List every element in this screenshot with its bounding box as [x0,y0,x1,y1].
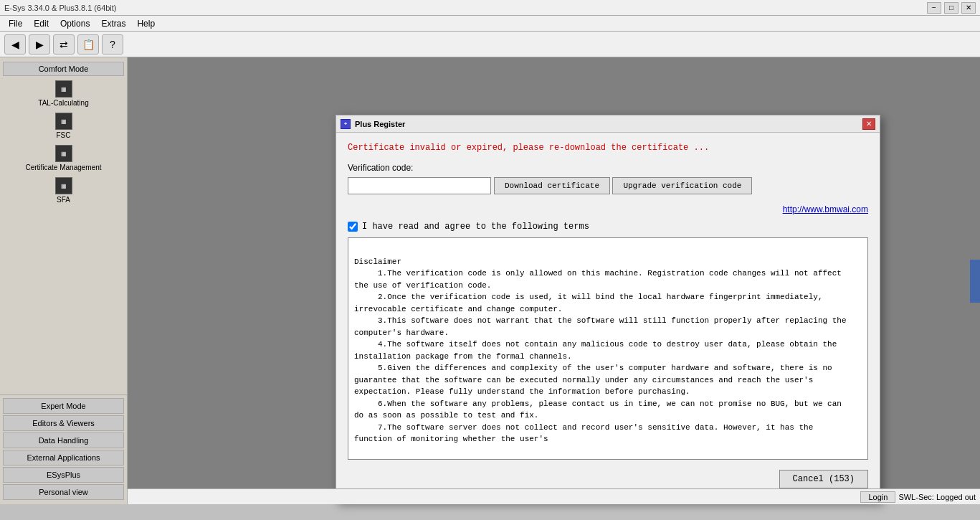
sidebar: Comfort Mode ▦ TAL-Calculating ▦ FSC ▦ C… [0,57,128,504]
dialog-footer: Cancel (153) [348,467,868,491]
sidebar-item-sfa[interactable]: ▦ SFA [0,174,127,207]
sidebar-label-tal: TAL-Calculating [38,99,88,107]
fsc-icon: ▦ [55,113,72,130]
login-button[interactable]: Login [860,491,895,503]
dialog-close-button[interactable]: ✕ [862,118,875,130]
sidebar-esysplus[interactable]: ESysPlus [3,467,124,483]
sidebar-item-tal-calculating[interactable]: ▦ TAL-Calculating [0,77,127,110]
main-layout: Comfort Mode ▦ TAL-Calculating ▦ FSC ▦ C… [0,57,980,504]
dialog-title: + Plus Register [341,119,405,129]
close-button[interactable]: ✕ [961,2,976,14]
menu-options[interactable]: Options [54,17,95,30]
certificate-management-icon: ▦ [55,145,72,162]
sidebar-personal-view[interactable]: Personal view [3,484,124,500]
plus-register-dialog: + Plus Register ✕ Certificate invalid or… [336,115,880,502]
sidebar-divider [0,394,127,395]
disclaimer-text[interactable]: Disclaimer 1.The verification code is on… [348,238,867,459]
forward-button[interactable]: ▶ [29,34,50,55]
refresh-button[interactable]: ⇄ [53,34,75,55]
content-area: + Plus Register ✕ Certificate invalid or… [128,57,980,504]
verification-label: Verification code: [348,163,864,173]
title-bar-left: E-Sys 3.34.0 & Plus3.8.1 (64bit) [4,4,117,12]
status-bar: Login SWL-Sec: Logged out [128,488,980,504]
agree-checkbox-row: I have read and agree to the following t… [348,222,868,232]
back-button[interactable]: ◀ [4,34,26,55]
sfa-icon: ▦ [55,177,72,194]
error-message: Certificate invalid or expired, please r… [348,143,868,153]
title-bar: E-Sys 3.34.0 & Plus3.8.1 (64bit) − □ ✕ [0,0,980,16]
tal-calculating-icon: ▦ [55,80,72,98]
app-title: E-Sys 3.34.0 & Plus3.8.1 (64bit) [4,4,117,12]
menu-edit[interactable]: Edit [28,17,54,30]
maximize-button[interactable]: □ [944,2,958,14]
toolbar: ◀ ▶ ⇄ 📋 ? [0,32,980,57]
swl-status: SWL-Sec: Logged out [898,493,976,501]
sidebar-item-fsc[interactable]: ▦ FSC [0,110,127,142]
bmwai-link[interactable]: http://www.bmwai.com [348,204,868,214]
sidebar-expert-mode[interactable]: Expert Mode [3,398,124,414]
menu-extras[interactable]: Extras [95,17,131,30]
dialog-title-bar: + Plus Register ✕ [336,115,880,133]
minimize-button[interactable]: − [927,2,941,14]
sidebar-label-cert: Certificate Management [25,164,101,171]
disclaimer-box: Disclaimer 1.The verification code is on… [348,237,868,460]
title-bar-controls: − □ ✕ [927,2,976,14]
dialog-title-text: Plus Register [355,120,405,128]
verification-row: Verification code: Download certificate … [348,163,868,194]
sidebar-label-fsc: FSC [57,131,71,139]
comfort-mode-button[interactable]: Comfort Mode [3,62,124,76]
sidebar-bottom: Expert Mode Editors & Viewers Data Handl… [0,392,127,501]
sidebar-data-handling[interactable]: Data Handling [3,432,124,448]
agree-label: I have read and agree to the following t… [362,222,589,232]
blue-side-panel [970,260,980,303]
dialog-icon: + [341,119,351,129]
sidebar-external-applications[interactable]: External Applications [3,450,124,465]
help-button[interactable]: ? [102,34,123,55]
sidebar-label-sfa: SFA [57,196,70,204]
cancel-button[interactable]: Cancel (153) [779,470,868,488]
clipboard-button[interactable]: 📋 [77,34,99,55]
verification-input[interactable] [348,177,491,194]
sidebar-item-certificate-management[interactable]: ▦ Certificate Management [0,142,127,174]
upgrade-verification-button[interactable]: Upgrade verification code [612,177,752,194]
dialog-body: Certificate invalid or expired, please r… [336,133,880,501]
menu-help[interactable]: Help [131,17,161,30]
download-certificate-button[interactable]: Download certificate [494,177,610,194]
sidebar-editors-viewers[interactable]: Editors & Viewers [3,415,124,431]
menu-bar: File Edit Options Extras Help [0,16,980,32]
menu-file[interactable]: File [3,17,28,30]
agree-checkbox[interactable] [348,222,358,232]
